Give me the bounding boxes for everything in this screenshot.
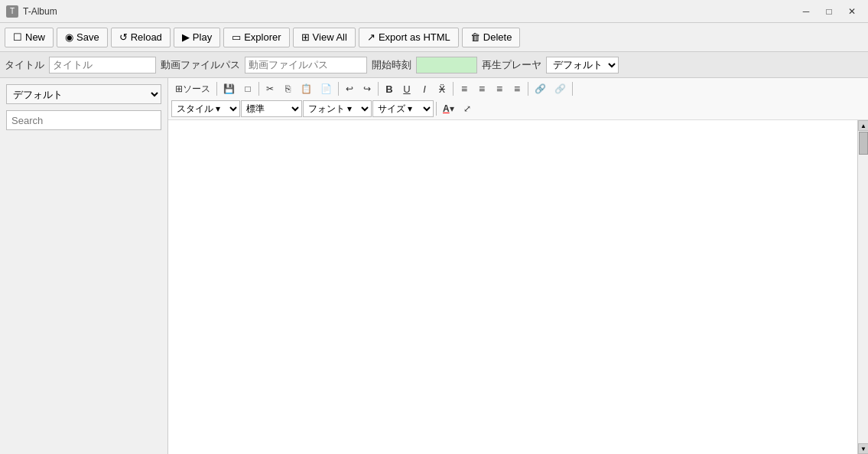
strikethrough-button[interactable]: I (416, 80, 433, 97)
explorer-icon: ▭ (232, 31, 241, 43)
font-select[interactable]: フォント ▾ (303, 100, 372, 117)
properties-bar: タイトル 動画ファイルパス 開始時刻 00:00:00 再生プレーヤ デフォルト (0, 52, 868, 78)
align-center-button[interactable]: ≡ (473, 80, 490, 97)
editor-toolbar-row1: ⊞ ソース 💾 □ ✂ ⎘ 📋 (171, 80, 865, 98)
play-button[interactable]: ▶ Play (174, 28, 220, 47)
scroll-track (858, 131, 868, 443)
delete-button[interactable]: 🗑 Delete (462, 28, 521, 47)
maximize-button[interactable]: □ (819, 4, 839, 19)
start-time-input[interactable]: 00:00:00 (416, 57, 477, 73)
sidebar-dropdown[interactable]: デフォルト (6, 84, 161, 104)
text-color-icon: A (443, 103, 450, 114)
source-icon: ⊞ (175, 83, 183, 94)
bold-button[interactable]: B (381, 80, 398, 97)
color-dropdown-icon: ▾ (450, 103, 454, 114)
divider6 (528, 82, 528, 96)
align-left-button[interactable]: ≡ (456, 80, 473, 97)
explorer-button[interactable]: ▭ Explorer (223, 28, 289, 47)
copy-icon: ⎘ (285, 83, 291, 94)
editor-save-icon: 💾 (223, 83, 235, 94)
video-path-label: 動画ファイルパス (161, 58, 240, 72)
editor-save-button[interactable]: 💾 (219, 80, 239, 97)
format-select[interactable]: 標準 (241, 100, 302, 117)
underline-button[interactable]: U (398, 80, 415, 97)
editor-toolbar: ⊞ ソース 💾 □ ✂ ⎘ 📋 (168, 78, 868, 120)
paste-button[interactable]: 📋 (297, 80, 316, 97)
main-toolbar: ☐ New ◉ Save ↺ Reload ▶ Play ▭ Explorer … (0, 23, 868, 52)
divider1 (216, 82, 217, 96)
divider3 (338, 82, 339, 96)
editor-area: ⊞ ソース 💾 □ ✂ ⎘ 📋 (168, 78, 868, 454)
copy-button[interactable]: ⎘ (279, 80, 296, 97)
paste-plain-button[interactable]: 📄 (317, 80, 336, 97)
app-title: T-Album (23, 6, 57, 17)
close-button[interactable]: ✕ (842, 4, 862, 19)
export-button[interactable]: ↗ Export as HTML (359, 28, 459, 47)
divider4 (378, 82, 379, 96)
save-icon: ◉ (65, 31, 73, 43)
search-input[interactable] (6, 110, 161, 130)
unlink-icon: 🔗 (554, 83, 566, 94)
editor-toolbar-row2: スタイル ▾ 標準 標準 フォント ▾ サイズ ▾ A ▾ ⤢ (171, 100, 865, 118)
video-path-input[interactable] (245, 57, 367, 73)
cut-button[interactable]: ✂ (262, 80, 278, 97)
divider8 (436, 102, 437, 116)
underline-icon: U (403, 83, 410, 95)
format-icon: Ẍ (439, 83, 445, 95)
sidebar: デフォルト (0, 78, 168, 454)
title-label: タイトル (5, 58, 44, 72)
redo-icon: ↪ (363, 83, 371, 94)
size-select[interactable]: サイズ ▾ (372, 100, 434, 117)
sidebar-dropdown-wrapper: デフォルト (6, 84, 161, 104)
new-icon: ☐ (13, 31, 22, 43)
viewall-button[interactable]: ⊞ View All (293, 28, 356, 47)
main-content: デフォルト ⊞ ソース 💾 □ ✂ (0, 78, 868, 454)
source-button[interactable]: ⊞ ソース (171, 80, 214, 97)
viewall-icon: ⊞ (301, 31, 310, 43)
editor-new-icon: □ (245, 83, 250, 94)
bold-icon: B (385, 83, 392, 95)
save-button[interactable]: ◉ Save (57, 28, 108, 47)
text-color-button[interactable]: A ▾ (439, 100, 458, 117)
scroll-up-button[interactable]: ▲ (858, 120, 868, 131)
editor-new-button[interactable]: □ (239, 80, 256, 97)
link-button[interactable]: 🔗 (531, 80, 550, 97)
undo-button[interactable]: ↩ (341, 80, 358, 97)
style-select[interactable]: スタイル ▾ 標準 (171, 100, 240, 117)
maximize-icon: ⤢ (463, 103, 471, 114)
redo-button[interactable]: ↪ (359, 80, 375, 97)
link-icon: 🔗 (535, 83, 546, 94)
divider2 (258, 82, 259, 96)
scrollbar[interactable]: ▲ ▼ (857, 120, 868, 454)
reload-icon: ↺ (119, 31, 128, 43)
editor-content-wrapper: ▲ ▼ (168, 120, 868, 454)
format-button[interactable]: Ẍ (434, 80, 450, 97)
title-bar-left: T T-Album (6, 5, 57, 18)
sidebar-list (0, 133, 167, 454)
strikethrough-icon: I (423, 83, 426, 95)
new-button[interactable]: ☐ New (5, 28, 54, 47)
unlink-button[interactable]: 🔗 (551, 80, 570, 97)
undo-icon: ↩ (346, 83, 353, 94)
editor-content[interactable] (168, 120, 857, 454)
align-right-button[interactable]: ≡ (491, 80, 508, 97)
app-icon: T (6, 5, 18, 18)
minimize-button[interactable]: ─ (796, 4, 816, 19)
delete-icon: 🗑 (470, 31, 480, 43)
justify-button[interactable]: ≡ (509, 80, 525, 97)
title-bar: T T-Album ─ □ ✕ (0, 0, 868, 23)
paste-plain-icon: 📄 (320, 83, 332, 94)
cut-icon: ✂ (266, 83, 274, 94)
divider7 (572, 82, 573, 96)
window-controls: ─ □ ✕ (796, 4, 862, 19)
title-input[interactable] (49, 57, 156, 73)
player-select[interactable]: デフォルト (546, 57, 619, 73)
divider5 (453, 82, 454, 96)
export-icon: ↗ (367, 31, 375, 43)
play-icon: ▶ (182, 31, 190, 43)
maximize-editor-button[interactable]: ⤢ (459, 100, 476, 117)
start-time-label: 開始時刻 (372, 58, 411, 72)
reload-button[interactable]: ↺ Reload (111, 28, 171, 47)
scroll-thumb[interactable] (859, 132, 868, 155)
scroll-down-button[interactable]: ▼ (858, 443, 868, 454)
